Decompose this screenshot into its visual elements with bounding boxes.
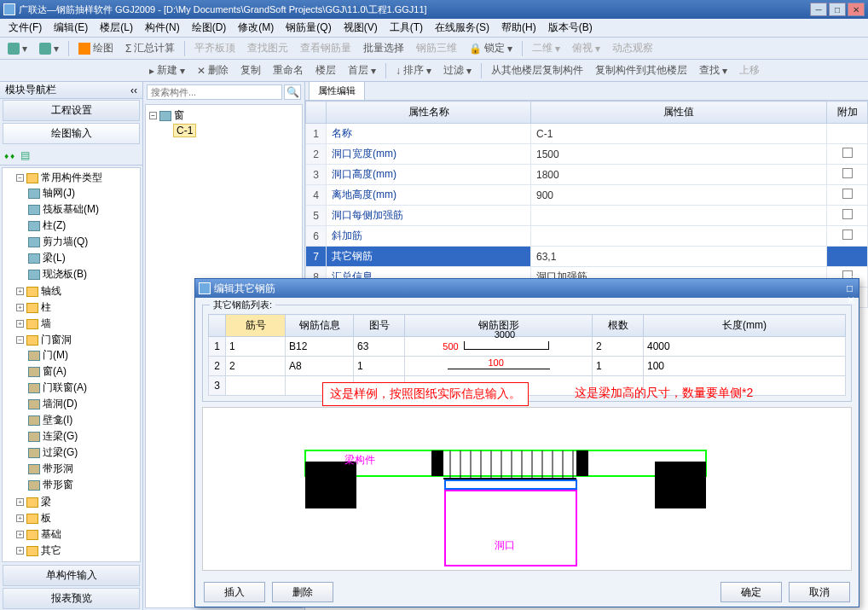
tree-item[interactable]: 带形窗 <box>28 478 138 492</box>
tree-cat[interactable]: +墙 <box>16 317 138 331</box>
2d-button[interactable]: 二维 ▾ <box>528 39 564 57</box>
nav-collapse-icon[interactable]: ‹‹ <box>130 84 137 96</box>
find-button[interactable]: 查找 ▾ <box>695 61 732 79</box>
property-row[interactable]: 6斜加筋 <box>306 226 868 247</box>
tree-item[interactable]: 剪力墙(Q) <box>28 235 138 249</box>
new-button[interactable]: ▸ 新建 ▾ <box>145 61 189 79</box>
delete-row-button[interactable]: 删除 <box>272 582 333 602</box>
tree-cat[interactable]: +其它 <box>16 543 138 558</box>
rebar-3d-button[interactable]: 钢筋三维 <box>412 39 461 57</box>
filter-button[interactable]: 过滤 ▾ <box>439 61 476 79</box>
tree-cat[interactable]: +基础 <box>16 527 138 542</box>
align-slab-button[interactable]: 平齐板顶 <box>190 39 240 57</box>
component-tree[interactable]: −常用构件类型 轴网(J)筏板基础(M)柱(Z)剪力墙(Q)梁(L)现浇板(B)… <box>2 167 141 562</box>
property-row[interactable]: 3洞口高度(mm)1800 <box>306 165 868 185</box>
lock-button[interactable]: 🔒 锁定 ▾ <box>465 39 517 57</box>
tree-cat[interactable]: +梁 <box>16 495 138 509</box>
component-c1[interactable]: C-1 <box>173 124 196 137</box>
draw-button[interactable]: 绘图 <box>74 39 118 57</box>
search-button[interactable]: 🔍 <box>284 84 301 100</box>
cancel-button[interactable]: 取消 <box>789 582 850 602</box>
rebar-table[interactable]: 筋号 钢筋信息 图号 钢筋图形 根数 长度(mm) 11B12635003000… <box>208 314 846 396</box>
find-elem-button[interactable]: 查找图元 <box>243 39 292 57</box>
batch-select-button[interactable]: 批量选择 <box>359 39 408 57</box>
tree-item[interactable]: 连梁(G) <box>28 429 138 444</box>
view-rebar-button[interactable]: 查看钢筋量 <box>296 39 356 57</box>
copy-from-floor-button[interactable]: 从其他楼层复制构件 <box>487 61 587 79</box>
tree-item[interactable]: 梁(L) <box>28 251 138 265</box>
copy-button[interactable]: 复制 <box>236 61 265 79</box>
svg-rect-23 <box>445 480 576 489</box>
menu-item[interactable]: 帮助(H) <box>496 19 541 37</box>
tree-item[interactable]: 壁龛(I) <box>28 413 138 427</box>
tree-item[interactable]: 窗(A) <box>28 364 138 379</box>
nav-draw-input[interactable]: 绘图输入 <box>3 123 140 144</box>
dialog-titlebar[interactable]: 编辑其它钢筋 ─ □ ✕ <box>195 279 859 298</box>
move-up-button[interactable]: 上移 <box>735 61 764 79</box>
nav-header: 模块导航栏 ‹‹ <box>0 82 142 99</box>
tree-item[interactable]: 带形洞 <box>28 462 138 476</box>
menu-item[interactable]: 钢筋量(Q) <box>281 19 336 37</box>
property-row[interactable]: 5洞口每侧加强筋 <box>306 206 868 226</box>
minimize-button[interactable]: ─ <box>810 3 827 16</box>
svg-rect-6 <box>655 462 706 508</box>
rebar-row[interactable]: 22A811001100 <box>209 357 846 376</box>
dynamic-view-button[interactable]: 动态观察 <box>608 39 657 57</box>
rebar-row-empty[interactable]: 3 <box>209 376 846 396</box>
beam-label: 梁构件 <box>344 454 375 466</box>
delete-button[interactable]: ✕ 删除 <box>193 61 233 79</box>
tree-icon-1[interactable]: ⬧⬧ <box>3 149 15 161</box>
sort-button[interactable]: ↓ 排序 ▾ <box>391 61 436 79</box>
top-view-button[interactable]: 俯视 ▾ <box>568 39 605 57</box>
close-button[interactable]: ✕ <box>848 3 865 16</box>
nav-project-settings[interactable]: 工程设置 <box>3 100 140 121</box>
menu-item[interactable]: 编辑(E) <box>49 19 93 37</box>
dialog-minimize-button[interactable]: ─ <box>847 270 855 282</box>
maximize-button[interactable]: □ <box>829 3 846 16</box>
rebar-row[interactable]: 11B1263500300024000 <box>209 337 846 357</box>
tree-cat[interactable]: +自定义 <box>16 560 138 562</box>
redo-button[interactable]: ▾ <box>35 41 63 56</box>
nav-single-input[interactable]: 单构件输入 <box>3 565 140 586</box>
menu-item[interactable]: 绘图(D) <box>187 19 232 37</box>
menu-item[interactable]: 修改(M) <box>233 19 279 37</box>
property-row[interactable]: 7其它钢筋63,1 <box>306 247 868 267</box>
insert-button[interactable]: 插入 <box>204 582 265 602</box>
rename-button[interactable]: 重命名 <box>269 61 308 79</box>
tree-cat[interactable]: +柱 <box>16 300 138 315</box>
property-row[interactable]: 4离地高度(mm)900 <box>306 185 868 206</box>
tab-property-edit[interactable]: 属性编辑 <box>309 81 365 100</box>
beam-diagram: 梁构件 洞口 这是样例，按照图纸实际信息输入。 这是梁加高的尺寸，数量要单侧*2 <box>202 407 852 571</box>
property-row[interactable]: 2洞口宽度(mm)1500 <box>306 144 868 165</box>
menu-item[interactable]: 在线服务(S) <box>430 19 495 37</box>
tree-item[interactable]: 门联窗(A) <box>28 381 138 395</box>
menu-item[interactable]: 版本号(B) <box>543 19 598 37</box>
dialog-maximize-button[interactable]: □ <box>847 282 855 294</box>
sum-calc-button[interactable]: Σ 汇总计算 <box>121 39 179 57</box>
ok-button[interactable]: 确定 <box>720 582 782 602</box>
tree-item[interactable]: 墙洞(D) <box>28 397 138 411</box>
first-floor-select[interactable]: 首层 ▾ <box>344 61 380 79</box>
menu-item[interactable]: 文件(F) <box>3 19 47 37</box>
menu-item[interactable]: 楼层(L) <box>95 19 138 37</box>
property-row[interactable]: 1名称C-1 <box>306 124 868 144</box>
window-title: 广联达—钢筋抽样软件 GGJ2009 - [D:\My Documents\Gr… <box>19 3 810 16</box>
nav-report-preview[interactable]: 报表预览 <box>3 588 140 609</box>
menu-item[interactable]: 视图(V) <box>339 19 383 37</box>
undo-button[interactable]: ▾ <box>3 41 32 56</box>
tree-item[interactable]: 门(M) <box>28 348 138 363</box>
search-input[interactable] <box>147 84 282 100</box>
tree-item[interactable]: 柱(Z) <box>28 218 138 233</box>
tree-item[interactable]: 过梁(G) <box>28 445 138 460</box>
tree-cat[interactable]: +板 <box>16 511 138 526</box>
left-nav-panel: 模块导航栏 ‹‹ 工程设置 绘图输入 ⬧⬧ ▤ −常用构件类型 轴网(J)筏板基… <box>0 82 143 610</box>
window-titlebar: 广联达—钢筋抽样软件 GGJ2009 - [D:\My Documents\Gr… <box>0 0 868 19</box>
menu-item[interactable]: 构件(N) <box>140 19 185 37</box>
tree-item[interactable]: 筏板基础(M) <box>28 202 138 217</box>
tree-item[interactable]: 现浇板(B) <box>28 267 138 282</box>
tree-cat[interactable]: +轴线 <box>16 284 138 299</box>
copy-to-floor-button[interactable]: 复制构件到其他楼层 <box>591 61 692 79</box>
tree-icon-2[interactable]: ▤ <box>20 149 30 161</box>
tree-item[interactable]: 轴网(J) <box>28 186 138 200</box>
menu-item[interactable]: 工具(T) <box>385 19 428 37</box>
